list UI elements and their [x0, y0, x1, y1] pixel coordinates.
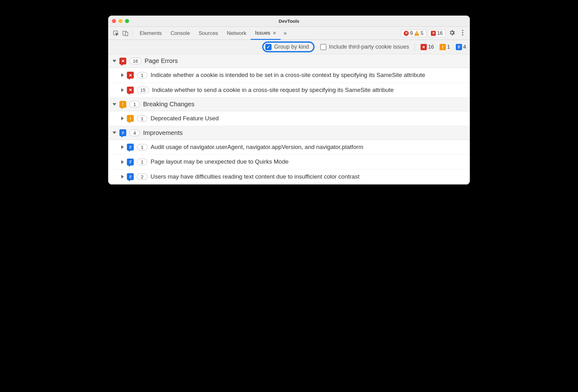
group-count: 16 — [129, 58, 142, 64]
issues-status-badge[interactable]: ✕ 16 — [428, 30, 446, 37]
expand-toggle-icon[interactable] — [113, 103, 116, 106]
issue-count: 1 — [137, 72, 147, 79]
info-speech-icon — [127, 173, 134, 180]
console-status-badge[interactable]: ✕ 9 ! 5 — [401, 30, 426, 37]
device-toolbar-button[interactable] — [121, 30, 130, 36]
issue-count: 1 — [137, 115, 147, 122]
issues-filter-bar: Group by kind Include third-party cookie… — [108, 40, 470, 54]
group-label: Improvements — [143, 129, 183, 136]
issue-text: Page layout may be unexpected due to Qui… — [151, 158, 465, 166]
more-menu-button[interactable] — [459, 30, 467, 37]
tab-elements[interactable]: Elements — [135, 27, 166, 40]
filter-error-count: 16 — [428, 44, 434, 50]
issue-row[interactable]: 15 Indicate whether to send a cookie in … — [108, 83, 470, 98]
separator — [132, 30, 133, 37]
issue-row[interactable]: ! 1 Deprecated Feature Used — [108, 111, 470, 126]
issue-count: 16 — [437, 31, 443, 36]
error-square-icon — [421, 44, 427, 50]
filter-info-badge[interactable]: 4 — [456, 44, 466, 50]
close-tab-icon[interactable]: × — [273, 26, 276, 40]
group-label: Page Errors — [145, 57, 178, 65]
warning-icon: ! — [414, 31, 419, 36]
issue-row[interactable]: 1 Indicate whether a cookie is intended … — [108, 68, 470, 83]
group-by-kind-label: Group by kind — [274, 44, 309, 50]
filter-warning-count: 1 — [447, 44, 450, 50]
svg-point-5 — [462, 34, 463, 36]
issue-row[interactable]: 2 Users may have difficulties reading te… — [108, 170, 470, 184]
warning-count: 5 — [421, 31, 423, 36]
issue-error-icon: ✕ — [431, 31, 436, 36]
issue-group-header[interactable]: 16 Page Errors — [108, 54, 470, 68]
info-speech-icon — [127, 159, 134, 165]
expand-toggle-icon[interactable] — [113, 60, 116, 62]
group-label: Breaking Changes — [143, 101, 195, 108]
include-third-party-label: Include third-party cookie issues — [329, 44, 409, 50]
issue-count: 1 — [137, 159, 147, 165]
issue-count: 1 — [137, 144, 147, 151]
error-count: 9 — [410, 31, 413, 36]
fullscreen-window-button[interactable] — [125, 19, 129, 23]
expand-toggle-icon[interactable] — [121, 145, 124, 149]
info-speech-icon — [127, 144, 134, 151]
tab-console[interactable]: Console — [166, 27, 194, 40]
inspect-element-button[interactable] — [111, 30, 121, 36]
tab-network[interactable]: Network — [223, 27, 251, 40]
tab-issues[interactable]: Issues × — [251, 27, 281, 40]
filter-error-badge[interactable]: 16 — [421, 44, 434, 50]
error-icon: ✕ — [404, 31, 409, 36]
issue-count: 15 — [137, 87, 149, 93]
tab-label: Console — [171, 27, 190, 40]
filter-info-count: 4 — [463, 44, 466, 50]
issue-group-header[interactable]: ! 1 Breaking Changes — [108, 98, 470, 111]
issue-text: Indicate whether a cookie is intended to… — [151, 71, 465, 79]
issues-body: 16 Page Errors 1 Indicate whether a cook… — [108, 54, 470, 184]
issue-text: Deprecated Feature Used — [151, 114, 465, 123]
group-by-kind-checkbox[interactable] — [265, 44, 272, 50]
issue-row[interactable]: 1 Audit usage of navigator.userAgent, na… — [108, 140, 470, 155]
info-square-icon — [456, 44, 462, 50]
expand-toggle-icon[interactable] — [113, 131, 116, 134]
devtools-window: DevTools Elements Console Sources Networ… — [108, 16, 470, 184]
titlebar: DevTools — [108, 16, 470, 27]
main-toolbar: Elements Console Sources Network Issues … — [108, 27, 470, 40]
filter-warning-badge[interactable]: ! 1 — [440, 44, 450, 50]
svg-point-3 — [462, 30, 463, 31]
issue-group-header[interactable]: 4 Improvements — [108, 126, 470, 140]
window-title: DevTools — [108, 18, 470, 24]
svg-rect-2 — [125, 32, 128, 36]
separator — [415, 43, 415, 51]
issue-row[interactable]: 1 Page layout may be unexpected due to Q… — [108, 155, 470, 170]
close-window-button[interactable] — [112, 19, 116, 23]
issue-text: Users may have difficulties reading text… — [151, 173, 465, 181]
window-controls — [112, 19, 129, 23]
group-count: 4 — [129, 130, 140, 136]
settings-button[interactable] — [446, 29, 459, 37]
error-speech-icon — [127, 72, 134, 79]
svg-point-4 — [462, 32, 463, 33]
issue-text: Audit usage of navigator.userAgent, navi… — [151, 143, 465, 151]
expand-toggle-icon[interactable] — [121, 175, 124, 179]
group-count: 1 — [129, 101, 140, 108]
issue-count: 2 — [137, 174, 147, 180]
include-third-party-checkbox[interactable] — [320, 44, 326, 50]
tab-label: Sources — [199, 27, 218, 40]
warning-speech-icon: ! — [127, 115, 134, 122]
group-by-kind-highlight: Group by kind — [262, 41, 315, 52]
minimize-window-button[interactable] — [118, 19, 123, 23]
include-third-party-option: Include third-party cookie issues — [320, 44, 409, 50]
expand-toggle-icon[interactable] — [121, 88, 124, 92]
info-speech-icon — [119, 129, 126, 136]
error-speech-icon — [127, 87, 134, 93]
tab-sources[interactable]: Sources — [194, 27, 222, 40]
expand-toggle-icon[interactable] — [121, 160, 124, 164]
issue-text: Indicate whether to send a cookie in a c… — [152, 86, 465, 94]
expand-toggle-icon[interactable] — [121, 73, 124, 77]
warning-speech-icon: ! — [119, 101, 126, 108]
expand-toggle-icon[interactable] — [121, 117, 124, 120]
tab-label: Issues — [255, 26, 270, 40]
more-tabs-button[interactable]: » — [281, 30, 290, 36]
tab-label: Network — [227, 27, 246, 40]
tab-label: Elements — [140, 27, 162, 40]
warning-square-icon: ! — [440, 44, 446, 50]
error-speech-icon — [119, 58, 126, 65]
